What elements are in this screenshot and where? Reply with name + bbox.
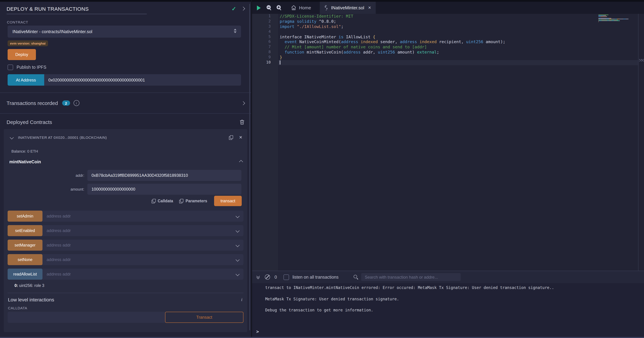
code-token: external [417,50,437,54]
minimap-line [598,22,638,22]
param-input-0[interactable] [87,170,241,181]
code-content[interactable]: //SPDX-License-Identifier: MITpragma sol… [278,14,644,271]
function-button-setManager[interactable]: setManager [8,240,42,251]
code-token: amount); [483,40,505,44]
low-level-transact-button[interactable]: Transact [165,312,244,323]
code-token: mintNativeCoin( [304,50,344,54]
close-icon[interactable]: ✕ [239,135,242,140]
code-token [280,40,284,44]
code-token: is [338,34,344,39]
deployed-contracts-label: Deployed Contracts [6,119,52,125]
calldata-copy-group[interactable]: Calldata [152,199,173,203]
code-token [358,40,361,44]
function-arg-input-setManager[interactable] [8,240,244,251]
copy-icon [152,199,155,203]
chevron-right-icon[interactable] [241,7,245,11]
expand-terminal-icon[interactable] [257,276,259,278]
code-token: recipient, [437,40,466,44]
publish-ipfs-checkbox[interactable] [8,64,13,70]
minimap-line [598,14,638,15]
zoom-in-icon[interactable] [276,5,282,10]
trash-icon[interactable] [240,119,244,124]
parameters-copy-group[interactable]: Parameters [180,199,207,203]
at-address-input[interactable] [44,74,241,86]
tab-inativeminter-label: INativeMinter.sol [331,5,364,10]
terminal-prompt[interactable]: > [256,329,259,334]
code-editor: Home INativeMinter.sol ✕ 12345678910 //S… [252,0,644,271]
code-line-8: function mintNativeCoin(address addr, ui… [278,50,644,55]
function-button-readAllowList[interactable]: readAllowList [8,268,42,280]
function-arg-input-setAdmin[interactable] [8,210,244,222]
code-token: uint256 [378,50,395,54]
check-icon: ✓ [232,5,236,12]
function-arg-input-readAllowList[interactable] [8,268,244,280]
deployed-contract-header[interactable]: INATIVEMINTER AT 0X020...00001 (BLOCKCHA… [4,129,247,141]
transact-button[interactable]: transact [214,196,242,206]
listen-transactions-checkbox[interactable] [284,274,289,280]
line-number: 9 [252,55,278,60]
function-row-setManager: setManager [8,240,244,251]
code-token: address [344,50,360,54]
function-params: addr:amount: [4,170,247,195]
code-token: NativeCoinMinted( [297,40,341,44]
evm-version-badge: evm version: shanghai [8,40,48,46]
param-input-1[interactable] [87,184,241,195]
function-header-row[interactable]: mintNativeCoin [9,159,242,165]
code-token: amount) [395,50,417,54]
function-button-setNone[interactable]: setNone [8,254,42,265]
code-token: } [280,55,282,60]
title-underline [6,14,147,14]
code-token: sender, [378,40,400,44]
function-button-setAdmin[interactable]: setAdmin [8,210,42,222]
parameters-copy-label: Parameters [186,199,207,203]
line-number: 1 [252,14,278,19]
pending-tx-count: 0 [274,275,277,280]
code-line-10 [278,60,638,65]
chevron-right-icon[interactable] [241,101,245,105]
chevron-down-icon[interactable] [10,135,14,139]
clear-console-icon[interactable] [265,274,270,280]
editor-minimap[interactable] [598,14,638,23]
line-number: 2 [252,19,278,24]
deploy-button[interactable]: Deploy [8,49,36,60]
function-arg-input-setNone[interactable] [8,254,244,265]
param-label: amount: [4,187,87,191]
terminal-log-list: transact to INativeMinter.mintNativeCoin… [252,283,644,313]
minimap-line [598,20,638,20]
call-output-value: uint256: role 3 [18,284,44,288]
calldata-input[interactable] [8,312,165,323]
close-tab-icon[interactable]: ✕ [368,6,371,10]
code-token: address [400,40,417,44]
minimap-line [598,16,638,17]
contract-select[interactable]: INativeMinter - contracts/INativeMinter.… [8,26,241,38]
calldata-section-label: CALLDATA [8,306,247,310]
run-script-icon[interactable] [257,5,261,10]
tab-inativeminter[interactable]: INativeMinter.sol ✕ [320,2,376,14]
function-button-setEnabled[interactable]: setEnabled [8,225,42,236]
at-address-button[interactable]: At Address [8,74,44,86]
function-row-setEnabled: setEnabled [8,225,244,236]
panel-scrollbar[interactable] [249,4,250,330]
code-token: function [284,50,304,54]
param-row-0: addr: [4,170,247,181]
function-arg-input-setEnabled[interactable] [8,225,244,236]
terminal-search-input[interactable] [361,273,461,281]
copy-icon[interactable] [229,135,233,139]
text-cursor [280,60,280,64]
page-title: DEPLOY & RUN TRANSACTIONS [6,6,89,12]
code-token: interface INativeMinter [280,34,338,39]
code-token: IAllowList [344,34,373,39]
publish-ipfs-row: Publish to IPFS [8,64,251,70]
line-number: 6 [252,40,278,45]
home-icon [291,5,296,10]
param-label: addr: [4,173,87,178]
tab-home[interactable]: Home [286,2,316,14]
zoom-out-icon[interactable] [266,5,272,10]
contract-balance: Balance: 0 ETH [12,149,247,153]
line-number: 3 [252,24,278,29]
chevron-up-icon[interactable] [239,160,243,164]
contract-select-value: INativeMinter - contracts/INativeMinter.… [12,29,92,34]
divider [8,293,244,293]
info-icon: i [74,100,79,106]
line-number: 8 [252,50,278,55]
